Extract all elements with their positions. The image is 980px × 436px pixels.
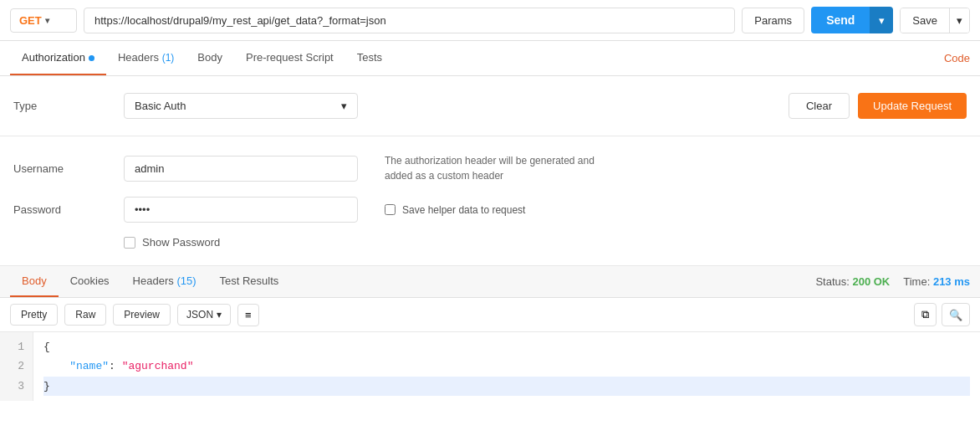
code-link[interactable]: Code [944, 52, 970, 64]
code-line-2: "name": "agurchand" [43, 356, 970, 376]
method-select[interactable]: GET ▾ [10, 8, 77, 33]
save-helper-checkbox[interactable] [385, 204, 396, 215]
show-password-label: Show Password [142, 236, 220, 249]
auth-panel: Type Basic Auth ▾ Clear Update Request [0, 76, 980, 136]
status-label: Status: 200 OK [815, 275, 890, 288]
show-password-checkbox[interactable] [124, 237, 135, 249]
fields-section: Username The authorization header will b… [0, 136, 980, 266]
save-button[interactable]: Save [901, 8, 949, 33]
tab-headers-label: Headers [118, 51, 159, 64]
format-bar: Pretty Raw Preview JSON ▾ ≡ ⧉ 🔍 [0, 298, 980, 332]
type-select[interactable]: Basic Auth ▾ [124, 93, 358, 119]
update-request-button[interactable]: Update Request [858, 93, 967, 119]
copy-icon[interactable]: ⧉ [914, 303, 937, 326]
method-label: GET [19, 14, 42, 27]
tab-headers[interactable]: Headers (1) [106, 41, 186, 75]
tab-authorization[interactable]: Authorization [10, 41, 106, 75]
type-label: Type [13, 100, 114, 112]
username-row: Username The authorization header will b… [13, 153, 967, 183]
password-label: Password [13, 203, 114, 216]
auth-actions: Clear Update Request [789, 93, 967, 119]
line-num-2: 2 [8, 356, 24, 376]
password-input[interactable] [124, 197, 358, 223]
preview-button[interactable]: Preview [113, 304, 171, 326]
code-line-3: } [43, 377, 970, 396]
bottom-tab-headers-label: Headers [133, 274, 174, 287]
bottom-tabs-bar: Body Cookies Headers (15) Test Results S… [0, 266, 980, 298]
save-group: Save ▾ [900, 8, 970, 33]
bottom-tab-cookies-label: Cookies [70, 274, 110, 287]
pretty-button[interactable]: Pretty [10, 304, 58, 326]
tab-tests[interactable]: Tests [345, 41, 394, 75]
show-password-row: Show Password [124, 236, 967, 249]
json-chevron-icon: ▾ [217, 309, 222, 321]
line-numbers: 1 2 3 [0, 332, 33, 401]
username-input[interactable] [124, 156, 358, 182]
method-chevron-icon: ▾ [45, 16, 49, 25]
code-area: 1 2 3 { "name": "agurchand" } [0, 332, 980, 401]
send-dropdown-button[interactable]: ▾ [870, 7, 893, 33]
bottom-tab-headers[interactable]: Headers (15) [121, 266, 208, 297]
json-select[interactable]: JSON ▾ [177, 304, 231, 326]
code-line-1: { [43, 337, 970, 356]
tab-tests-label: Tests [357, 51, 382, 64]
fmt-icons-right: ⧉ 🔍 [914, 303, 970, 326]
tab-body[interactable]: Body [186, 41, 234, 75]
tab-pre-request-label: Pre-request Script [246, 51, 334, 64]
type-row: Type Basic Auth ▾ Clear Update Request [13, 93, 967, 119]
url-input[interactable] [84, 8, 735, 33]
username-label: Username [13, 162, 114, 175]
time-value: 213 ms [933, 275, 970, 288]
save-dropdown-button[interactable]: ▾ [949, 8, 969, 33]
line-num-1: 1 [8, 337, 24, 356]
bottom-tab-body[interactable]: Body [10, 266, 59, 297]
type-value: Basic Auth [135, 100, 186, 112]
tabs-bar: Authorization Headers (1) Body Pre-reque… [0, 41, 980, 76]
raw-button[interactable]: Raw [64, 304, 106, 326]
send-button[interactable]: Send [811, 7, 870, 33]
bottom-headers-count: (15) [176, 274, 196, 287]
send-group: Send ▾ [811, 7, 893, 33]
headers-count: (1) [162, 52, 175, 64]
wrap-icon[interactable]: ≡ [237, 304, 259, 326]
search-icon[interactable]: 🔍 [942, 303, 970, 326]
tab-authorization-label: Authorization [22, 51, 85, 64]
tab-body-label: Body [197, 51, 222, 64]
authorization-dot [89, 55, 94, 61]
code-content[interactable]: { "name": "agurchand" } [33, 332, 980, 401]
auth-hint: The authorization header will be generat… [385, 153, 619, 183]
line-num-3: 3 [8, 377, 24, 396]
json-label: JSON [186, 309, 213, 321]
params-button[interactable]: Params [742, 8, 804, 33]
save-helper-label: Save helper data to request [402, 204, 525, 216]
clear-button[interactable]: Clear [789, 93, 850, 119]
bottom-tab-test-results-label: Test Results [220, 274, 279, 287]
top-bar: GET ▾ Params Send ▾ Save ▾ [0, 0, 980, 41]
bottom-tab-body-label: Body [22, 274, 47, 287]
status-value: 200 OK [852, 275, 890, 288]
password-row: Password Save helper data to request [13, 197, 967, 223]
time-label: Time: 213 ms [903, 275, 970, 288]
tab-pre-request[interactable]: Pre-request Script [234, 41, 345, 75]
bottom-tab-cookies[interactable]: Cookies [59, 266, 121, 297]
bottom-tab-test-results[interactable]: Test Results [208, 266, 291, 297]
type-chevron-icon: ▾ [341, 100, 347, 112]
status-area: Status: 200 OK Time: 213 ms [815, 275, 970, 288]
